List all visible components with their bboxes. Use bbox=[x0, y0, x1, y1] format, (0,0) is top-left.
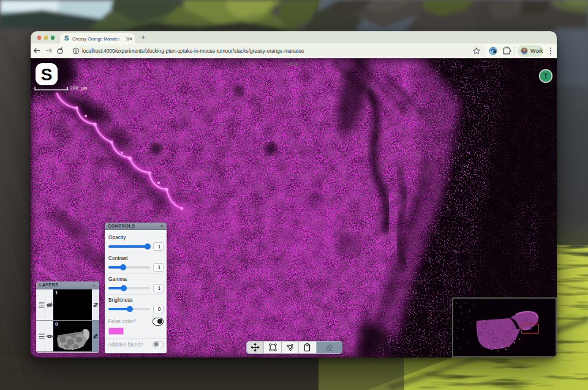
svg-text:200 μm: 200 μm bbox=[70, 86, 87, 91]
svg-text:S: S bbox=[64, 35, 69, 42]
svg-text:T: T bbox=[543, 72, 548, 80]
svg-text:localhost:4000/experiments/blo: localhost:4000/experiments/blocking-pten… bbox=[82, 48, 304, 54]
svg-text:S: S bbox=[41, 65, 53, 84]
svg-text:Work: Work bbox=[530, 48, 543, 54]
svg-text:debug: debug bbox=[286, 61, 299, 66]
